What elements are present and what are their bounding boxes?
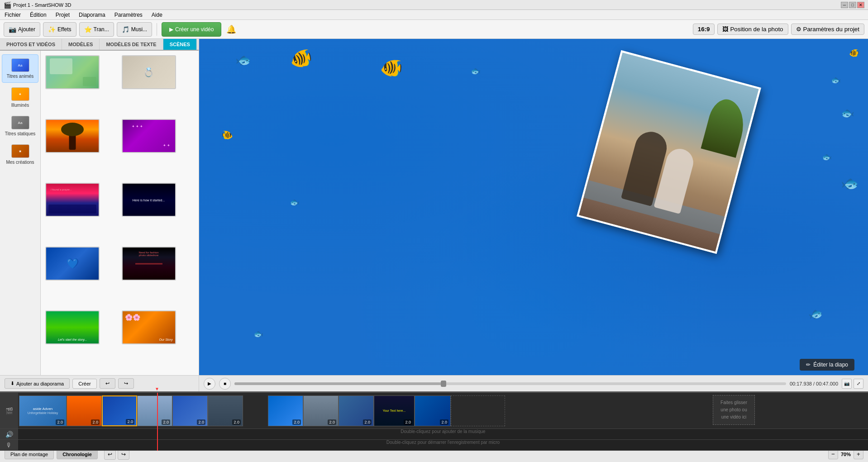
fish-right-large: 🐟 xyxy=(841,175,859,192)
thumb-end[interactable]: 2.0 xyxy=(415,395,451,426)
thumb-title[interactable]: aside AdvenUnforgettable Holiday 2.0 xyxy=(19,395,67,426)
scene-thumb-8[interactable]: Need for fashionphoto slideshow xyxy=(122,247,176,281)
tab-scenes[interactable]: SCÈNES xyxy=(163,39,197,50)
illumines-icon: ✦ xyxy=(11,87,29,101)
thumb-blue2[interactable]: 2.0 xyxy=(172,395,208,426)
thumb-portrait2[interactable]: 2.0 xyxy=(303,395,339,426)
scene-thumb-10[interactable]: 🌸🌸 Our Story xyxy=(122,310,176,344)
stop-button[interactable]: ■ xyxy=(219,378,231,390)
mic-track-label: 🎙 xyxy=(0,440,18,450)
music-track-content[interactable]: Double-cliquez pour ajouter de la musiqu… xyxy=(18,429,868,439)
category-titres-animes[interactable]: Aa Titres animés xyxy=(2,54,38,83)
video-track-icon: 🎬 xyxy=(5,407,13,414)
parametres-projet-button[interactable]: ⚙ Paramètres du projet xyxy=(791,24,864,35)
fish-right-1: 🐟 xyxy=(841,107,854,119)
side-icons: Aa Titres animés ✦ Illuminés Aa Titres s… xyxy=(0,51,41,375)
effets-button[interactable]: ✨ Effets xyxy=(43,22,76,37)
category-titres-statiques[interactable]: Aa Titres statiques xyxy=(2,112,38,140)
thumb-blue1[interactable]: 2.0 xyxy=(102,395,137,426)
progress-fill xyxy=(234,382,444,385)
creer-button[interactable]: Créer xyxy=(72,379,97,389)
tab-modeles-texte[interactable]: MODÈLES DE TEXTE xyxy=(100,39,163,50)
scene-thumb-9[interactable]: Let's start the story... xyxy=(45,310,100,344)
tab-photos-videos[interactable]: PHOTOS ET VIDÉOS xyxy=(0,39,62,50)
download-icon: ⬇ xyxy=(10,381,14,386)
progress-handle[interactable] xyxy=(441,381,446,387)
fish-mid-center: 🐟 xyxy=(290,197,300,207)
bell-icon: 🔔 xyxy=(226,24,236,34)
fish-center-top: 🐟 xyxy=(471,66,481,76)
minimize-button[interactable]: ─ xyxy=(841,2,848,8)
category-mes-creations[interactable]: ★ Mes créations xyxy=(2,141,38,168)
menu-diaporama[interactable]: Diaporama xyxy=(76,11,108,19)
maximize-button[interactable]: □ xyxy=(849,2,856,8)
thumb-people[interactable]: 2.0 xyxy=(208,395,243,426)
fish-top-left: 🐟 xyxy=(235,52,251,67)
music-track-label: 🔊 xyxy=(0,429,18,439)
preview-area: 🐟 🐠 🐟 🐟 🐠 🐠 🐟 🐟 🐟 🐠 🐟 🐟 🐟 xyxy=(199,39,868,391)
titres-statiques-icon: Aa xyxy=(11,116,29,129)
title-bar-text: Projet 1 - SmartSHOW 3D xyxy=(13,2,71,8)
ajouter-button[interactable]: 📷 Ajouter xyxy=(4,22,40,37)
progress-bar[interactable] xyxy=(234,382,786,385)
transitions-button[interactable]: ⭐ Tran... xyxy=(79,22,114,37)
menu-parametres[interactable]: Paramètres xyxy=(112,11,145,19)
thumb-swirl[interactable]: 2.0 xyxy=(339,395,374,426)
trees xyxy=(701,96,749,158)
mes-creations-icon: ★ xyxy=(11,144,29,158)
menu-aide[interactable]: Aide xyxy=(149,11,165,19)
effets-icon: ✨ xyxy=(48,26,56,33)
scene-thumb-2[interactable]: 💍 xyxy=(122,55,176,89)
camera-icon[interactable]: 📷 xyxy=(842,379,852,389)
mic-track: 🎙 Double-cliquez pour démarrer l'enregis… xyxy=(0,440,868,451)
menu-fichier[interactable]: Fichier xyxy=(2,11,24,19)
preview-canvas: 🐟 🐠 🐟 🐟 🐠 🐠 🐟 🐟 🐟 🐠 🐟 🐟 🐟 xyxy=(199,39,868,375)
edit-diapo-button[interactable]: ✏ Éditer la diapo xyxy=(800,359,854,371)
music-track: 🔊 Double-cliquez pour ajouter de la musi… xyxy=(0,429,868,440)
scene-thumb-5[interactable]: I found a prayer... xyxy=(45,183,100,217)
mic-track-content[interactable]: Double-cliquez pour démarrer l'enregistr… xyxy=(18,440,868,450)
thumb-text-overlay[interactable]: Your Text here... 2.0 xyxy=(374,395,415,426)
time-display: 00:17.938 / 00:47.000 xyxy=(790,381,838,386)
thumb-sunset[interactable]: 2.0 xyxy=(67,395,102,426)
play-button[interactable]: ▶ xyxy=(204,378,215,390)
video-track-label: 🎬 xyxy=(0,393,18,429)
redo-panel-button[interactable]: ↪ xyxy=(118,378,134,389)
tabs-row: PHOTOS ET VIDÉOS MODÈLES MODÈLES DE TEXT… xyxy=(0,39,199,51)
menu-edition[interactable]: Édition xyxy=(27,11,49,19)
mic-icon: 🎙 xyxy=(6,442,12,449)
main-layout: PHOTOS ET VIDÉOS MODÈLES MODÈLES DE TEXT… xyxy=(0,39,868,391)
fish-mid-right: 🐟 xyxy=(822,152,832,162)
musique-button[interactable]: 🎵 Musi... xyxy=(117,22,152,37)
scene-thumb-4[interactable]: ✦ ✦ ✦ ✦ ✦ xyxy=(122,119,176,153)
tab-modeles[interactable]: MODÈLES xyxy=(62,39,100,50)
scene-thumb-6[interactable]: Here is how it started... xyxy=(122,183,176,217)
category-illumines[interactable]: ✦ Illuminés xyxy=(2,84,38,111)
thumb-portrait[interactable]: 2.0 xyxy=(137,395,172,426)
music-icon: 🎵 xyxy=(122,26,129,33)
undo-panel-button[interactable]: ↩ xyxy=(100,378,115,389)
close-button[interactable]: ✕ xyxy=(857,2,864,8)
scene-thumb-1[interactable] xyxy=(45,55,100,89)
thumb-ocean[interactable]: 2.0 xyxy=(268,395,303,426)
plus-icon: 📷 xyxy=(9,26,16,33)
scene-thumb-7[interactable]: 💙 xyxy=(45,247,100,281)
playhead[interactable] xyxy=(157,393,158,451)
playback-bar: ▶ ■ 00:17.938 / 00:47.000 📷 ⤢ xyxy=(199,375,868,391)
ajouter-diaporama-button[interactable]: ⬇ Ajouter au diaporama xyxy=(5,378,70,389)
ratio-button[interactable]: 16:9 xyxy=(693,24,715,35)
menu-projet[interactable]: Projet xyxy=(53,11,72,19)
position-photo-button[interactable]: 🖼 Position de la photo xyxy=(717,24,788,35)
fish-left-mid: 🐠 xyxy=(222,129,233,140)
toolbar: 📷 Ajouter ✨ Effets ⭐ Tran... 🎵 Musi... ▶… xyxy=(0,20,868,39)
expand-icon[interactable]: ⤢ xyxy=(854,379,863,389)
creer-video-button[interactable]: ▶ Créer une vidéo xyxy=(162,22,221,37)
scene-thumb-3[interactable] xyxy=(45,119,100,153)
thumb-empty xyxy=(451,395,505,426)
titres-animes-icon: Aa xyxy=(11,58,29,72)
zoom-level: 70% xyxy=(841,452,851,457)
left-panel: PHOTOS ET VIDÉOS MODÈLES MODÈLES DE TEXT… xyxy=(0,39,199,391)
video-icon: ▶ xyxy=(169,26,173,33)
timeline-area: 00:10 00:20 00:30 00:40 00:50 01:00 01:1… xyxy=(0,391,868,446)
notification-button[interactable]: 🔔 xyxy=(224,22,238,37)
